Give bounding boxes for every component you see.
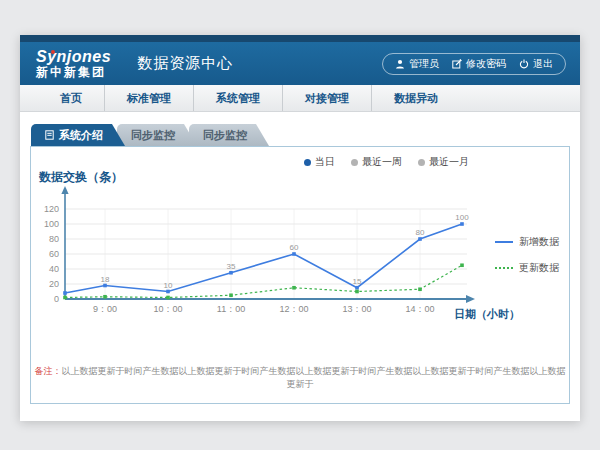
y-tick-label: 120 bbox=[44, 204, 59, 214]
logout-label: 退出 bbox=[533, 57, 553, 71]
data-point bbox=[292, 286, 296, 290]
logout-button[interactable]: 退出 bbox=[519, 57, 553, 71]
y-tick-label: 100 bbox=[44, 219, 59, 229]
user-toolbar: 管理员 修改密码 退出 bbox=[382, 53, 566, 75]
logo-subtext: 新中新集团 bbox=[36, 66, 111, 79]
edit-icon bbox=[452, 59, 462, 69]
y-tick-label: 60 bbox=[49, 249, 59, 259]
x-tick-label: 12：00 bbox=[279, 304, 308, 314]
data-point bbox=[166, 290, 170, 294]
app-header: Synjones 新中新集团 数据资源中心 管理员 修改密码 bbox=[20, 42, 580, 85]
footnote-text: 以上数据更新于时间产生数据以上数据更新于时间产生数据以上数据更新于时间产生数据以… bbox=[62, 366, 566, 389]
data-point bbox=[418, 287, 422, 291]
time-range-option-0[interactable]: 当日 bbox=[304, 155, 335, 169]
x-tick-label: 11：00 bbox=[217, 304, 245, 314]
legend-item-1[interactable]: 更新数据 bbox=[495, 261, 559, 275]
x-axis-title: 日期（小时） bbox=[454, 308, 520, 321]
nav-item-4[interactable]: 数据异动 bbox=[371, 85, 460, 111]
tab-2[interactable]: 同步监控 bbox=[189, 124, 269, 146]
tab-label: 同步监控 bbox=[131, 124, 175, 146]
data-point-label: 15 bbox=[353, 277, 362, 286]
radio-label: 最近一周 bbox=[362, 155, 402, 169]
data-point bbox=[103, 295, 107, 299]
logo-red-dot bbox=[51, 50, 55, 54]
app-window: Synjones 新中新集团 数据资源中心 管理员 修改密码 bbox=[20, 35, 580, 421]
tab-1[interactable]: 同步监控 bbox=[117, 124, 197, 146]
radio-label: 最近一月 bbox=[429, 155, 469, 169]
data-point bbox=[460, 263, 464, 267]
time-range-filter: 当日最近一周最近一月 bbox=[304, 155, 469, 169]
data-point-label: 35 bbox=[227, 262, 236, 271]
content-panel: 当日最近一周最近一月 数据交换（条） 0204060801001209：0010… bbox=[30, 146, 570, 404]
tab-0[interactable]: 系统介绍 bbox=[31, 124, 125, 146]
logo: Synjones 新中新集团 bbox=[36, 49, 111, 78]
legend-swatch bbox=[495, 241, 513, 243]
x-tick-label: 13：00 bbox=[342, 304, 371, 314]
series-line-0 bbox=[65, 224, 462, 293]
x-tick-label: 9：00 bbox=[93, 304, 117, 314]
line-chart: 0204060801001209：0010：0011：0012：0013：001… bbox=[31, 185, 570, 332]
data-point bbox=[229, 271, 233, 275]
power-icon bbox=[519, 59, 529, 69]
nav-item-0[interactable]: 首页 bbox=[38, 85, 104, 111]
tab-bar: 系统介绍同步监控同步监控 bbox=[31, 124, 580, 146]
desktop-background: Synjones 新中新集团 数据资源中心 管理员 修改密码 bbox=[0, 0, 600, 450]
radio-unselected-icon bbox=[418, 159, 425, 166]
y-axis-title: 数据交换（条） bbox=[39, 169, 123, 186]
data-point bbox=[166, 296, 170, 300]
legend-swatch bbox=[495, 267, 513, 269]
nav-item-3[interactable]: 对接管理 bbox=[282, 85, 371, 111]
change-password-button[interactable]: 修改密码 bbox=[452, 57, 506, 71]
series-line-1 bbox=[65, 265, 462, 297]
window-top-strip bbox=[20, 35, 580, 42]
footnote: 备注：以上数据更新于时间产生数据以上数据更新于时间产生数据以上数据更新于时间产生… bbox=[31, 365, 569, 391]
y-tick-label: 20 bbox=[49, 279, 59, 289]
radio-label: 当日 bbox=[315, 155, 335, 169]
y-tick-label: 40 bbox=[49, 264, 59, 274]
current-user-label: 管理员 bbox=[409, 57, 439, 71]
tab-label: 系统介绍 bbox=[59, 124, 103, 146]
nav-item-1[interactable]: 标准管理 bbox=[104, 85, 193, 111]
data-point bbox=[418, 237, 422, 241]
legend-item-0[interactable]: 新增数据 bbox=[495, 235, 559, 249]
radio-selected-icon bbox=[304, 159, 311, 166]
data-point bbox=[63, 291, 67, 295]
data-point bbox=[355, 286, 359, 290]
page-title: 数据资源中心 bbox=[137, 54, 233, 73]
radio-unselected-icon bbox=[351, 159, 358, 166]
data-point-label: 10 bbox=[164, 281, 173, 290]
main-nav: 首页标准管理系统管理对接管理数据异动 bbox=[20, 85, 580, 112]
user-icon bbox=[395, 59, 405, 69]
logo-text: Synjones bbox=[36, 49, 111, 66]
data-point-label: 18 bbox=[101, 275, 110, 284]
chart-legend: 新增数据更新数据 bbox=[495, 235, 559, 275]
data-point-label: 80 bbox=[416, 228, 425, 237]
change-password-label: 修改密码 bbox=[466, 57, 506, 71]
time-range-option-2[interactable]: 最近一月 bbox=[418, 155, 469, 169]
x-tick-label: 14：00 bbox=[405, 304, 434, 314]
footnote-prefix: 备注： bbox=[35, 366, 62, 376]
time-range-option-1[interactable]: 最近一周 bbox=[351, 155, 402, 169]
data-point bbox=[103, 284, 107, 288]
tab-label: 同步监控 bbox=[203, 124, 247, 146]
legend-label: 更新数据 bbox=[519, 261, 559, 275]
data-point bbox=[355, 290, 359, 294]
x-axis-arrow bbox=[466, 295, 475, 303]
x-tick-label: 10：00 bbox=[153, 304, 182, 314]
document-icon bbox=[45, 130, 54, 140]
y-tick-label: 0 bbox=[54, 294, 59, 304]
nav-item-2[interactable]: 系统管理 bbox=[193, 85, 282, 111]
legend-label: 新增数据 bbox=[519, 235, 559, 249]
current-user-button[interactable]: 管理员 bbox=[395, 57, 439, 71]
content-area: 系统介绍同步监控同步监控 当日最近一周最近一月 数据交换（条） 02040608… bbox=[20, 124, 580, 404]
y-axis-arrow bbox=[61, 186, 68, 194]
y-tick-label: 80 bbox=[49, 234, 59, 244]
data-point-label: 60 bbox=[290, 243, 299, 252]
data-point bbox=[460, 222, 464, 226]
data-point-label: 100 bbox=[455, 213, 469, 222]
data-point bbox=[292, 252, 296, 256]
data-point bbox=[63, 296, 67, 300]
data-point bbox=[229, 293, 233, 297]
